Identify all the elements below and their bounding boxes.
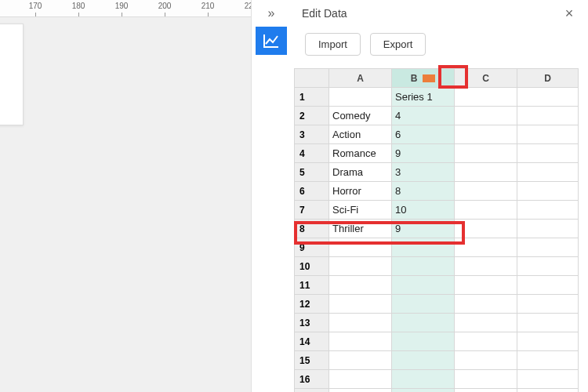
col-header-c[interactable]: C: [455, 69, 517, 88]
cell[interactable]: [392, 295, 455, 314]
cell[interactable]: Drama: [329, 163, 392, 182]
cell[interactable]: 9: [392, 144, 455, 163]
cell[interactable]: [329, 238, 392, 257]
cell[interactable]: [329, 257, 392, 276]
cell[interactable]: Series 1: [392, 88, 455, 107]
grid-corner[interactable]: [295, 69, 329, 88]
close-panel-button[interactable]: ×: [561, 5, 577, 22]
cell[interactable]: [517, 238, 579, 257]
cell[interactable]: [455, 182, 517, 201]
cell[interactable]: [392, 257, 455, 276]
cell[interactable]: 3: [392, 163, 455, 182]
cell[interactable]: [329, 295, 392, 314]
row-header[interactable]: 11: [295, 276, 329, 295]
import-button[interactable]: Import: [305, 33, 361, 56]
cell[interactable]: [455, 314, 517, 332]
cell[interactable]: [455, 370, 517, 389]
cell[interactable]: [392, 238, 455, 257]
cell[interactable]: [517, 144, 579, 163]
cell[interactable]: [517, 257, 579, 276]
cell[interactable]: Romance: [329, 144, 392, 163]
chart-tool-button[interactable]: [256, 27, 287, 55]
cell[interactable]: [455, 144, 517, 163]
row-header[interactable]: 5: [295, 163, 329, 182]
canvas-page[interactable]: [0, 24, 24, 125]
cell[interactable]: [455, 107, 517, 125]
cell[interactable]: [329, 88, 392, 107]
row-header[interactable]: 6: [295, 182, 329, 201]
cell[interactable]: [517, 201, 579, 220]
export-button[interactable]: Export: [370, 33, 426, 56]
cell[interactable]: 9: [392, 220, 455, 238]
cell[interactable]: [455, 238, 517, 257]
cell[interactable]: 6: [392, 125, 455, 144]
cell[interactable]: [392, 332, 455, 351]
cell[interactable]: [392, 370, 455, 389]
cell[interactable]: [455, 88, 517, 107]
cell[interactable]: [517, 107, 579, 125]
collapse-panel-button[interactable]: »: [252, 0, 291, 27]
cell[interactable]: [455, 201, 517, 220]
row-header[interactable]: 12: [295, 295, 329, 314]
cell[interactable]: Action: [329, 125, 392, 144]
row-header[interactable]: 15: [295, 351, 329, 370]
cell[interactable]: [392, 276, 455, 295]
cell[interactable]: [455, 257, 517, 276]
row-header[interactable]: 17: [295, 389, 329, 393]
cell[interactable]: [455, 389, 517, 393]
cell[interactable]: [517, 125, 579, 144]
row-header[interactable]: 16: [295, 370, 329, 389]
col-header-d[interactable]: D: [517, 69, 579, 88]
row-header[interactable]: 3: [295, 125, 329, 144]
cell[interactable]: [455, 163, 517, 182]
cell[interactable]: Comedy: [329, 107, 392, 125]
cell[interactable]: [517, 314, 579, 332]
row-header[interactable]: 2: [295, 107, 329, 125]
row-header[interactable]: 1: [295, 88, 329, 107]
cell[interactable]: [392, 351, 455, 370]
cell[interactable]: [517, 220, 579, 238]
cell[interactable]: [517, 370, 579, 389]
row-header[interactable]: 14: [295, 332, 329, 351]
row-header[interactable]: 4: [295, 144, 329, 163]
close-icon: ×: [565, 5, 574, 21]
cell[interactable]: [517, 276, 579, 295]
cell[interactable]: [517, 295, 579, 314]
cell[interactable]: [517, 332, 579, 351]
cell[interactable]: [517, 182, 579, 201]
table-row: 13: [295, 314, 579, 332]
cell[interactable]: [329, 389, 392, 393]
cell[interactable]: [517, 351, 579, 370]
row-header[interactable]: 7: [295, 201, 329, 220]
cell[interactable]: [329, 332, 392, 351]
cell[interactable]: 8: [392, 182, 455, 201]
cell[interactable]: [455, 351, 517, 370]
cell[interactable]: 4: [392, 107, 455, 125]
cell[interactable]: [329, 351, 392, 370]
row-header[interactable]: 13: [295, 314, 329, 332]
row-header[interactable]: 10: [295, 257, 329, 276]
cell[interactable]: [329, 370, 392, 389]
cell[interactable]: [455, 125, 517, 144]
cell[interactable]: [517, 88, 579, 107]
cell[interactable]: [392, 389, 455, 393]
cell[interactable]: [455, 220, 517, 238]
cell[interactable]: Thriller: [329, 220, 392, 238]
cell[interactable]: [455, 295, 517, 314]
cell[interactable]: [329, 276, 392, 295]
cell[interactable]: [517, 163, 579, 182]
canvas-area[interactable]: 170 180 190 200 210 220: [0, 0, 251, 392]
data-grid[interactable]: A B C D 1Series 12Comedy43Action64Romanc…: [294, 68, 579, 392]
cell[interactable]: [329, 314, 392, 332]
row-header[interactable]: 9: [295, 238, 329, 257]
cell[interactable]: [392, 314, 455, 332]
cell[interactable]: 10: [392, 201, 455, 220]
cell[interactable]: [517, 389, 579, 393]
cell[interactable]: Sci-Fi: [329, 201, 392, 220]
cell[interactable]: [455, 276, 517, 295]
cell[interactable]: Horror: [329, 182, 392, 201]
col-header-b[interactable]: B: [392, 69, 455, 88]
col-header-a[interactable]: A: [329, 69, 392, 88]
row-header[interactable]: 8: [295, 220, 329, 238]
cell[interactable]: [455, 332, 517, 351]
